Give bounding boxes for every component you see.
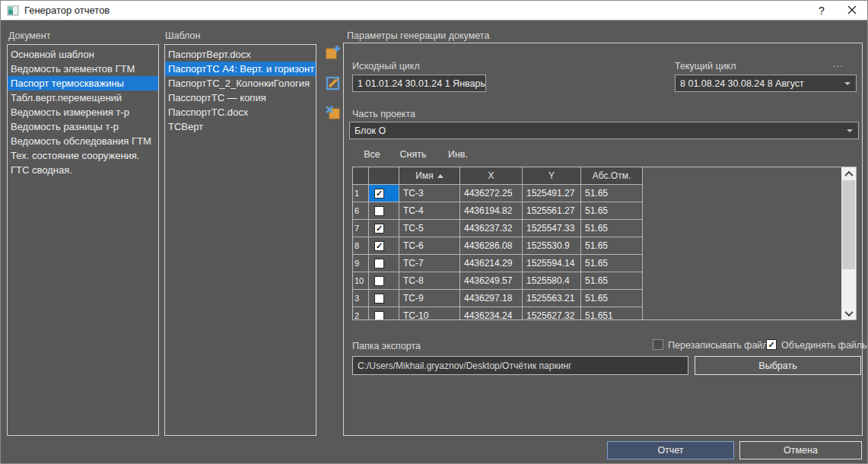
cell-x[interactable]: 4436214.29 [460,255,523,272]
document-list-item[interactable]: Табл.верт.перемещений [8,91,158,105]
cell-x[interactable]: 4436194.82 [460,202,523,220]
more-cycles-button[interactable]: ... [828,57,848,69]
choose-folder-button[interactable]: Выбрать [695,356,861,375]
cell-abs[interactable]: 51.65 [581,255,643,272]
cell-name[interactable]: ТС-10 [399,307,460,320]
row-checkbox[interactable]: ✓ [374,241,384,251]
project-part-label: Часть проекта [352,109,415,119]
document-list-item[interactable]: Ведомость элементов ГТМ [8,62,158,76]
remove-template-button[interactable] [325,105,342,122]
header-y[interactable]: Y [523,167,581,185]
overwrite-files-checkbox[interactable] [653,339,663,350]
merge-files-checkbox[interactable]: ✓ [766,339,777,350]
row-checkbox[interactable] [374,259,384,269]
cell-y[interactable]: 1525561.27 [523,202,581,220]
document-list-item[interactable]: ГТС сводная. [8,163,158,177]
cell-abs[interactable]: 51.65 [581,290,643,307]
template-list-item[interactable]: ПаспортТС А4: Верт. и горизонт [165,62,316,76]
row-checkbox-cell[interactable] [369,255,399,272]
document-list-item[interactable]: Паспорт термоскважины [8,76,158,91]
header-checkbox [369,167,399,185]
header-name[interactable]: Имя [399,167,460,185]
header-abs[interactable]: Абс.Отм. [581,167,643,185]
edit-template-button[interactable] [325,75,342,91]
document-list-item[interactable]: Тех. состояние сооружения. [8,148,158,163]
cancel-button[interactable]: Отмена [739,441,862,459]
project-part-select[interactable]: Блок О [349,122,859,139]
cell-name[interactable]: ТС-7 [399,255,460,272]
table-scrollbar[interactable] [841,167,856,319]
row-number: 8 [353,237,369,255]
cell-x[interactable]: 4436237.32 [460,220,523,237]
cell-abs[interactable]: 51.65 [581,185,643,202]
row-checkbox-cell[interactable]: ✓ [369,185,399,202]
row-number: 1 [353,185,369,202]
cell-y[interactable]: 1525547.33 [523,220,581,237]
cell-y[interactable]: 1525491.27 [523,185,581,202]
document-list[interactable]: Основной шаблонВедомость элементов ГТМПа… [7,44,159,436]
cell-x[interactable]: 4436286.08 [460,237,523,255]
cell-abs[interactable]: 51.65 [581,237,643,255]
cell-abs[interactable]: 51.65 [581,220,643,237]
row-checkbox[interactable] [374,206,384,216]
cell-abs[interactable]: 51.651 [581,307,643,320]
row-checkbox-cell[interactable] [369,307,399,320]
select-all-button[interactable]: Все [355,147,389,162]
template-list-item[interactable]: ПасспортТС.docx [165,105,316,119]
cell-abs[interactable]: 51.65 [581,202,643,220]
template-list-item[interactable]: ТСВерт [165,119,316,134]
row-checkbox[interactable] [374,294,384,304]
header-x[interactable]: X [460,167,523,185]
row-checkbox[interactable]: ✓ [374,189,384,199]
scrollbar-thumb[interactable] [842,180,855,269]
scroll-up-button[interactable] [841,167,856,180]
cell-x[interactable]: 4436234.24 [460,307,523,320]
template-list-item[interactable]: ПаспортВерт.docx [165,47,316,62]
cell-name[interactable]: ТС-5 [399,220,460,237]
scroll-down-button[interactable] [841,307,856,319]
cell-y[interactable]: 1525627.32 [523,307,581,320]
cell-y[interactable]: 1525580.4 [523,272,581,290]
cell-x[interactable]: 4436249.57 [460,272,523,290]
cell-x[interactable]: 4436272.25 [460,185,523,202]
deselect-all-button[interactable]: Снять [393,147,434,162]
source-cycle-select[interactable]: 1 01.01.24 30.01.24 1 Январь [352,75,486,92]
params-panel-label: Параметры генерации докумета [347,30,489,41]
row-checkbox[interactable]: ✓ [374,224,384,234]
template-list[interactable]: ПаспортВерт.docxПаспортТС А4: Верт. и го… [164,44,316,436]
cell-name[interactable]: ТС-6 [399,237,460,255]
close-button[interactable] [837,1,867,20]
invert-selection-button[interactable]: Инв. [440,147,475,162]
document-list-item[interactable]: Ведомость обследования ГТМ [8,134,158,148]
row-checkbox-cell[interactable] [369,290,399,307]
row-checkbox[interactable] [374,311,384,321]
add-template-button[interactable] [325,44,342,61]
header-row-number [353,167,369,185]
cell-name[interactable]: ТС-9 [399,290,460,307]
current-cycle-select[interactable]: 8 01.08.24 30.08.24 8 Август [675,75,857,92]
help-button[interactable]: ? [806,1,837,20]
row-checkbox-cell[interactable]: ✓ [369,237,399,255]
cell-name[interactable]: ТС-8 [399,272,460,290]
template-list-item[interactable]: ПасспортТС — копия [165,91,316,105]
document-list-item[interactable]: Ведомость измерения т-р [8,105,158,119]
cell-y[interactable]: 1525530.9 [523,237,581,255]
cell-name[interactable]: ТС-3 [399,185,460,202]
cell-y[interactable]: 1525594.14 [523,255,581,272]
table-row: 2ТС-104436234.241525627.3251.651 [353,307,856,320]
cell-x[interactable]: 4436297.18 [460,290,523,307]
export-path-input[interactable] [352,356,688,375]
report-button[interactable]: Отчет [607,441,734,459]
cell-abs[interactable]: 51.65 [581,272,643,290]
row-number: 9 [353,255,369,272]
row-checkbox-cell[interactable] [369,272,399,290]
table-row: 1✓ТС-34436272.251525491.2751.65 [353,185,856,202]
cell-name[interactable]: ТС-4 [399,202,460,220]
row-checkbox-cell[interactable] [369,202,399,220]
row-checkbox[interactable] [374,276,384,286]
row-checkbox-cell[interactable]: ✓ [369,220,399,237]
template-list-item[interactable]: ПаспортТС_2_КолонкиГология [165,76,316,91]
document-list-item[interactable]: Основной шаблон [8,47,158,62]
document-list-item[interactable]: Ведомость разницы т-р [8,119,158,134]
cell-y[interactable]: 1525563.21 [523,290,581,307]
